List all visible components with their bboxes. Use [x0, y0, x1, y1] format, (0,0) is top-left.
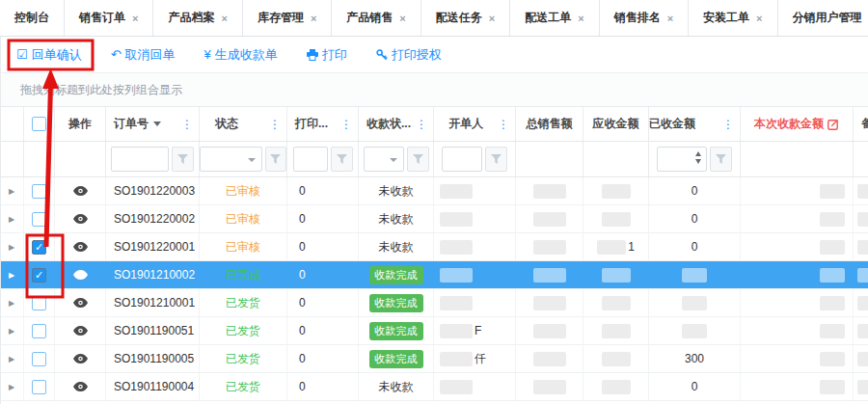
row-expand-icon[interactable]: ▶ — [9, 215, 14, 224]
row-checkbox[interactable] — [32, 212, 46, 227]
select-all-checkbox[interactable] — [32, 117, 46, 131]
filter-funnel-button[interactable] — [331, 147, 353, 172]
tab-close-icon[interactable]: × — [311, 13, 316, 24]
spinner-down-icon[interactable] — [695, 159, 701, 164]
cell-opener — [434, 177, 516, 204]
cell-order: SO1901210001 — [106, 289, 200, 316]
column-menu-icon[interactable]: ⋮ — [269, 118, 281, 131]
column-menu-icon[interactable]: ⋮ — [416, 118, 427, 131]
column-menu-icon[interactable]: ⋮ — [340, 118, 352, 131]
filter-funnel-button[interactable] — [485, 147, 507, 172]
edit-icon[interactable] — [827, 119, 839, 130]
row-expand-icon[interactable]: ▶ — [9, 355, 14, 364]
tab-产品销售[interactable]: 产品销售× — [332, 0, 420, 36]
cell-this-payment — [741, 177, 854, 204]
tab-close-icon[interactable]: × — [489, 13, 495, 24]
filter-text-input[interactable] — [111, 147, 169, 172]
number-spinner[interactable] — [695, 151, 701, 164]
view-icon[interactable] — [73, 298, 88, 308]
header-status[interactable]: 状态⋮ — [200, 107, 287, 141]
table-row[interactable]: ▶SO1901190051已发货0收款完成F — [1, 317, 868, 345]
tab-控制台[interactable]: 控制台 — [0, 0, 65, 36]
column-label: 总销售额 — [527, 116, 573, 132]
cell-total-sales — [516, 177, 583, 204]
row-checkbox[interactable]: ✓ — [32, 268, 46, 283]
filter-funnel-button[interactable] — [710, 147, 732, 172]
header-opener[interactable]: 开单人⋮ — [434, 107, 516, 141]
column-menu-icon[interactable]: ⋮ — [181, 118, 193, 131]
view-icon[interactable] — [73, 326, 88, 336]
row-checkbox[interactable]: ✓ — [32, 240, 46, 255]
table-row[interactable]: ▶SO1901210001已发货0收款完成 — [1, 289, 868, 317]
view-icon[interactable] — [73, 354, 88, 364]
row-expand-icon[interactable]: ▶ — [9, 299, 14, 308]
tab-销售订单[interactable]: 销售订单× — [65, 0, 153, 36]
filter-funnel-button[interactable] — [265, 147, 287, 172]
tab-安装工单[interactable]: 安装工单× — [689, 0, 777, 36]
tab-销售排名[interactable]: 销售排名× — [600, 0, 689, 36]
cell-total-sales — [516, 317, 583, 344]
view-icon[interactable] — [73, 186, 88, 196]
row-checkbox[interactable] — [32, 184, 46, 199]
table-row[interactable]: ▶✓SO1901220001已审核0未收款10 — [1, 233, 868, 261]
row-expand-icon[interactable]: ▶ — [9, 327, 14, 336]
column-menu-icon[interactable]: ⋮ — [498, 118, 509, 131]
header-order[interactable]: 订单号⋮ — [106, 107, 200, 141]
column-menu-icon[interactable]: ⋮ — [722, 118, 734, 131]
order-number: SO1901220001 — [114, 240, 195, 254]
row-checkbox[interactable] — [32, 352, 46, 366]
order-number: SO1901220003 — [114, 184, 195, 198]
cell-order: SO1901220001 — [106, 233, 200, 260]
view-icon[interactable] — [73, 242, 88, 252]
tab-库存管理[interactable]: 库存管理× — [243, 0, 332, 36]
print-button[interactable]: 打印 — [307, 46, 347, 64]
row-expand-icon[interactable]: ▶ — [9, 383, 14, 391]
table-row[interactable]: ▶SO1901190004已发货0未收款0 — [1, 373, 868, 401]
tab-close-icon[interactable]: × — [756, 13, 762, 24]
tab-配送工单[interactable]: 配送工单× — [510, 0, 599, 36]
status-text: 已完成 — [226, 267, 260, 283]
spinner-up-icon[interactable] — [695, 151, 701, 156]
tab-配送任务[interactable]: 配送任务× — [421, 0, 510, 36]
tab-close-icon[interactable]: × — [578, 13, 583, 24]
cancel-receipt-button[interactable]: ↶取消回单 — [111, 46, 176, 64]
sort-desc-icon[interactable] — [153, 121, 161, 126]
filter-funnel-button[interactable] — [407, 147, 429, 172]
tab-产品档案[interactable]: 产品档案× — [153, 0, 242, 36]
tab-close-icon[interactable]: × — [221, 13, 227, 24]
confirm-receipt-button[interactable]: ☑回单确认 — [16, 46, 82, 64]
row-checkbox[interactable] — [32, 296, 46, 310]
filter-select[interactable] — [200, 147, 262, 172]
table-row[interactable]: ▶SO1901190005已发货0收款完成仟300 — [1, 345, 868, 373]
header-paystat[interactable]: 收款状...⋮ — [359, 107, 434, 141]
cell-print-count: 0 — [287, 261, 359, 288]
view-icon[interactable] — [73, 214, 88, 224]
tab-分销用户管理[interactable]: 分销用户管理× — [778, 0, 868, 36]
row-expand-icon[interactable]: ▶ — [9, 271, 14, 280]
print-auth-button[interactable]: 打印授权 — [376, 46, 442, 64]
generate-payment-doc-button[interactable]: ¥生成收款单 — [204, 46, 278, 64]
print-count: 0 — [295, 212, 306, 226]
redaction-smudge — [440, 380, 473, 394]
row-expand-icon[interactable]: ▶ — [9, 187, 14, 196]
row-checkbox[interactable] — [32, 324, 46, 338]
filter-funnel-button[interactable] — [172, 147, 194, 172]
tab-close-icon[interactable]: × — [132, 13, 138, 24]
header-print[interactable]: 打印...⋮ — [287, 107, 359, 141]
view-icon[interactable] — [73, 270, 88, 280]
filter-text-input[interactable] — [442, 147, 482, 172]
row-expand-icon[interactable]: ▶ — [9, 243, 14, 252]
filter-number-input[interactable] — [657, 147, 707, 172]
filter-text-input[interactable] — [293, 147, 328, 172]
table-row[interactable]: ▶SO1901220003已审核0未收款0 — [1, 177, 868, 205]
filter-select[interactable] — [364, 147, 404, 172]
view-icon[interactable] — [73, 382, 88, 391]
row-checkbox[interactable] — [32, 380, 46, 394]
tab-close-icon[interactable]: × — [399, 13, 405, 24]
table-row[interactable]: ▶SO1901220002已审核0未收款0 — [1, 205, 868, 233]
table-row[interactable]: ▶✓SO1901210002已完成0收款完成 — [1, 261, 868, 289]
redaction-smudge — [820, 324, 845, 338]
header-received[interactable]: 已收金额⋮ — [649, 107, 741, 141]
cell-received — [649, 317, 741, 344]
tab-close-icon[interactable]: × — [667, 13, 673, 24]
